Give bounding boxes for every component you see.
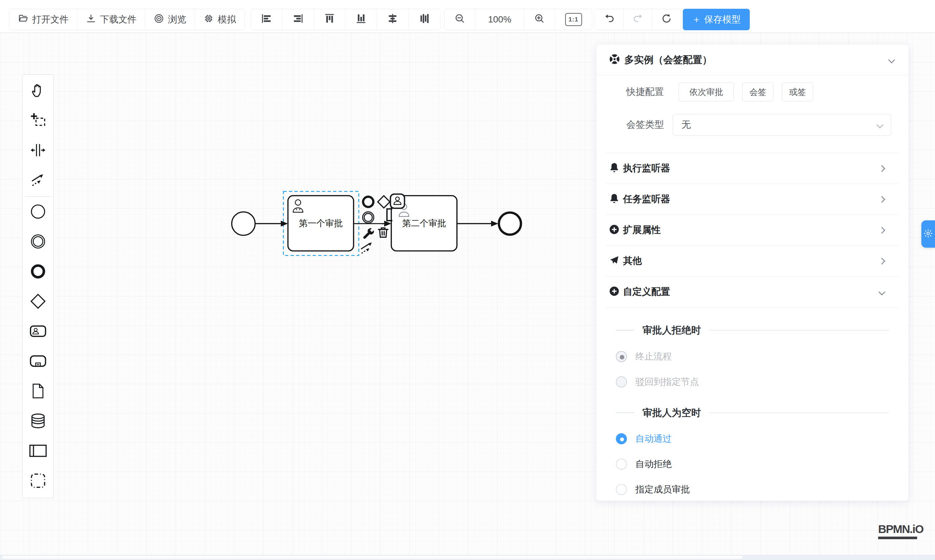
bpmn-io-logo: BPMN.iO <box>878 523 923 539</box>
simulate-button[interactable]: 模拟 <box>195 9 245 30</box>
palette-participant-pool[interactable] <box>22 437 54 466</box>
plus-icon: ＋ <box>692 13 701 26</box>
palette <box>22 74 54 498</box>
append-text-annotation-button[interactable] <box>382 209 397 224</box>
palette-user-task[interactable] <box>22 317 54 347</box>
sign-type-label: 会签类型 <box>626 118 672 131</box>
quick-option-countersign-button[interactable]: 会签 <box>742 83 774 102</box>
zoom-out-button[interactable] <box>444 9 475 30</box>
palette-data-object[interactable] <box>22 377 54 406</box>
align-button-group <box>251 9 440 30</box>
sequence-flow-3[interactable] <box>457 221 498 226</box>
append-intermediate-event-button[interactable] <box>361 211 376 226</box>
space-tool[interactable] <box>22 136 54 166</box>
palette-gateway[interactable] <box>22 287 54 317</box>
restart-button[interactable] <box>652 9 681 30</box>
quick-config-label: 快捷配置 <box>626 86 672 98</box>
redo-icon <box>632 13 643 26</box>
sign-type-value: 无 <box>681 118 691 131</box>
data-object-icon <box>30 383 46 400</box>
reset-zoom-button[interactable]: 1:1 <box>555 9 592 30</box>
reject-heading: 审批人拒绝时 <box>597 319 908 341</box>
radio-terminate-process[interactable]: 终止流程 <box>616 347 895 366</box>
align-bottom-button[interactable] <box>346 9 377 30</box>
align-horizontal-center-button[interactable] <box>377 9 409 30</box>
undo-icon <box>604 13 615 26</box>
radio-label: 自动拒绝 <box>635 458 672 470</box>
chevron-right-icon <box>878 257 885 264</box>
palette-data-store[interactable] <box>22 406 54 437</box>
palette-end-event[interactable] <box>22 257 54 287</box>
trash-delete-button[interactable] <box>376 226 391 240</box>
preview-label: 浏览 <box>168 13 186 26</box>
panel-header[interactable]: 多实例（会签配置） <box>597 45 908 75</box>
bell-icon <box>609 193 620 205</box>
zoom-level-display[interactable]: 100% <box>475 9 524 30</box>
download-icon <box>86 13 96 26</box>
undo-button[interactable] <box>595 9 624 30</box>
global-connect-tool[interactable] <box>22 166 54 195</box>
task1-label[interactable]: 第一个审批 <box>288 195 354 251</box>
quick-config-row: 快捷配置 依次审批 会签 或签 <box>597 81 908 103</box>
end-event-icon <box>30 263 46 281</box>
section-label: 自定义配置 <box>623 285 670 298</box>
palette-separator <box>25 196 51 197</box>
open-file-button[interactable]: 打开文件 <box>9 9 77 30</box>
redo-button[interactable] <box>624 9 652 30</box>
radio-auto-pass[interactable]: 自动通过 <box>616 429 895 449</box>
bpmn-io-logo-underline <box>878 537 917 539</box>
radio-unselected-icon <box>616 458 627 470</box>
section-task-listener[interactable]: 任务监听器 <box>606 184 899 214</box>
text-annotation-icon <box>381 207 398 226</box>
palette-subprocess[interactable] <box>22 347 54 377</box>
zoom-in-icon <box>534 13 545 26</box>
quick-option-sequential-button[interactable]: 依次审批 <box>678 83 734 102</box>
chevron-down-icon[interactable] <box>888 56 895 63</box>
start-event-shape[interactable] <box>232 212 255 235</box>
settings-edge-tab[interactable] <box>921 220 935 248</box>
end-event-shape[interactable] <box>499 212 521 235</box>
hand-tool[interactable] <box>22 76 54 106</box>
lasso-tool[interactable] <box>22 106 54 136</box>
horizontal-scrollbar-thumb[interactable] <box>2 555 743 559</box>
download-file-label: 下载文件 <box>100 13 137 26</box>
toolbar: 打开文件 下载文件 浏览 模拟 <box>0 0 935 33</box>
gateway-icon <box>29 293 46 311</box>
wrench-change-type-button[interactable] <box>361 227 376 242</box>
chevron-right-icon <box>878 165 885 172</box>
sign-type-select[interactable]: 无 <box>673 114 891 135</box>
align-left-icon <box>261 13 272 26</box>
zoom-in-button[interactable] <box>524 9 555 30</box>
quick-option-orsign-button[interactable]: 或签 <box>782 83 813 102</box>
horizontal-scrollbar-track[interactable] <box>0 555 935 560</box>
restart-icon <box>661 13 672 26</box>
align-right-button[interactable] <box>282 9 314 30</box>
save-model-button[interactable]: ＋ 保存模型 <box>683 9 750 30</box>
palette-intermediate-event[interactable] <box>22 227 54 257</box>
start-event-icon <box>30 203 46 221</box>
align-left-button[interactable] <box>251 9 282 30</box>
hand-tool-icon <box>30 82 46 100</box>
reject-heading-text: 审批人拒绝时 <box>643 324 701 337</box>
download-file-button[interactable]: 下载文件 <box>77 9 145 30</box>
preview-button[interactable]: 浏览 <box>145 9 195 30</box>
section-custom-config[interactable]: 自定义配置 <box>606 276 899 307</box>
zoom-button-group: 100% 1:1 <box>444 9 592 30</box>
palette-start-event[interactable] <box>22 197 54 227</box>
section-extended-properties[interactable]: 扩展属性 <box>606 214 899 245</box>
pad-connect-button[interactable] <box>360 241 374 256</box>
radio-auto-reject[interactable]: 自动拒绝 <box>616 454 895 474</box>
palette-group[interactable] <box>22 466 54 496</box>
radio-return-to-node[interactable]: 驳回到指定节点 <box>616 372 895 392</box>
align-top-icon <box>324 13 335 26</box>
radio-assign-member[interactable]: 指定成员审批 <box>616 480 895 499</box>
append-end-event-button[interactable] <box>361 195 376 210</box>
section-label: 其他 <box>623 254 642 268</box>
section-execution-listener[interactable]: 执行监听器 <box>606 153 899 184</box>
participant-pool-icon <box>29 444 47 459</box>
append-intermediate-event-icon <box>361 210 375 226</box>
align-top-button[interactable] <box>314 9 346 30</box>
plus-circle-icon <box>609 224 620 236</box>
section-other[interactable]: 其他 <box>606 245 899 276</box>
align-vertical-center-button[interactable] <box>409 9 440 30</box>
